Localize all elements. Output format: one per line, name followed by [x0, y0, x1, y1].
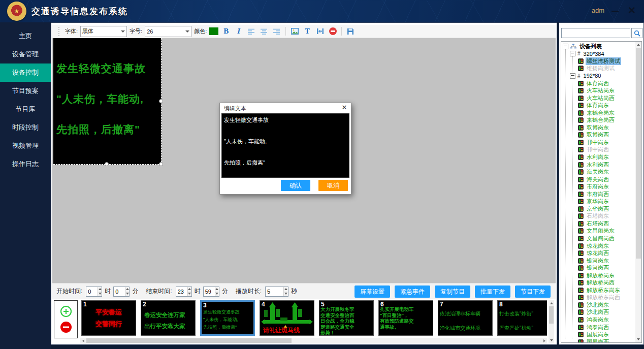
scroll-down-arrow[interactable] [549, 337, 554, 343]
font-select[interactable]: 黑体 [80, 26, 127, 37]
align-left-button[interactable] [246, 26, 256, 37]
tree-row-30[interactable]: 银河岗西 [563, 264, 635, 272]
vertical-scrollbar[interactable] [549, 300, 554, 343]
end-hour-input[interactable] [176, 287, 187, 296]
tree-scrollbar[interactable] [635, 42, 641, 342]
scroll-up-arrow[interactable] [635, 42, 641, 48]
tree-row-25[interactable]: 文昌阁岗东 [563, 228, 635, 235]
tree-row-2[interactable]: 螺丝湾桥测试 [563, 57, 635, 65]
bold-button[interactable]: B [221, 26, 231, 37]
end-minute-input[interactable] [204, 287, 215, 296]
save-button[interactable] [345, 26, 356, 37]
action-button-1[interactable]: 紧急事件 [395, 285, 430, 298]
tree-row-28[interactable]: 琼花岗西 [563, 249, 635, 257]
tree-row-17[interactable]: 海关岗东 [563, 168, 635, 176]
tree-row-16[interactable]: 水利岗西 [563, 161, 635, 169]
tree-row-13[interactable]: 邗中岗东 [563, 139, 635, 146]
sidebar-item-3[interactable]: 节目预案 [0, 82, 51, 100]
scroll-down-arrow[interactable] [635, 336, 641, 342]
tree-row-21[interactable]: 京华岗东 [563, 198, 635, 205]
stepper-down[interactable] [215, 292, 219, 296]
close-button[interactable]: ✕ [627, 4, 637, 16]
program-thumbnail-8[interactable]: 8打击改装"炸街"严查严处"机动" [497, 300, 547, 336]
start-hour-stepper[interactable] [86, 287, 102, 297]
stepper-down[interactable] [98, 292, 102, 296]
stepper-down[interactable] [284, 292, 288, 296]
sidebar-item-1[interactable]: 设备管理 [0, 45, 51, 64]
tree-row-5[interactable]: 体育岗西 [563, 80, 635, 87]
resize-handle-bottom[interactable] [105, 162, 109, 166]
scrollbar-thumb[interactable] [549, 306, 554, 324]
resize-handle-right[interactable] [159, 99, 163, 103]
tree-row-7[interactable]: 火车站岗西 [563, 94, 635, 102]
stepper-up[interactable] [98, 287, 102, 292]
action-button-2[interactable]: 复制节目 [435, 285, 470, 298]
program-thumbnail-3[interactable]: 3发生轻微交通事故"人未伤，车能动,先拍照，后撤离" [200, 300, 255, 336]
program-thumbnail-1[interactable]: 1平安春运交警同行 [81, 300, 136, 336]
program-thumbnail-2[interactable]: 2春运安全连万家出行平安靠大家 [141, 300, 196, 336]
tree-row-18[interactable]: 海关岗西 [563, 176, 635, 183]
tree-row-33[interactable]: 解放桥东岗东 [563, 287, 635, 294]
stepper-down[interactable] [125, 292, 129, 296]
italic-button[interactable]: I [234, 26, 244, 37]
collapse-icon[interactable] [563, 44, 568, 49]
program-thumbnail-5[interactable]: 5大力开展秋冬季交通安全整治百日会战，全力稳定道路交通安全形势！ [319, 300, 374, 336]
tree-row-8[interactable]: 体育岗东 [563, 102, 635, 109]
tree-row-19[interactable]: 市府岗东 [563, 183, 635, 191]
sidebar-item-0[interactable]: 主页 [0, 27, 51, 45]
tree-row-11[interactable]: 双博岗东 [563, 124, 635, 132]
dialog-textarea[interactable]: 发生轻微交通事故 "人未伤，车能动, 先拍照，后撤离" [221, 113, 349, 178]
tree-row-0[interactable]: 设备列表 [563, 43, 635, 50]
start-minute-stepper[interactable] [113, 287, 130, 297]
tree-row-34[interactable]: 解放桥东岗西 [563, 294, 635, 302]
program-thumbnail-6[interactable]: 6扎实开展电动车"百日整治"，有效预防道路交通事故。 [378, 300, 433, 336]
tree-row-3[interactable]: 维扬岗测试 [563, 65, 635, 73]
duration-stepper[interactable] [265, 287, 288, 297]
sidebar-item-7[interactable]: 操作日志 [0, 155, 51, 173]
tree-row-1[interactable]: #320*384 [563, 50, 635, 58]
start-hour-input[interactable] [86, 287, 98, 296]
action-button-4[interactable]: 节目下发 [515, 285, 551, 298]
tree-row-22[interactable]: 京华岗西 [563, 205, 635, 213]
tree-row-6[interactable]: 火车站岗东 [563, 87, 635, 94]
dialog-close-icon[interactable]: ✕ [341, 104, 348, 111]
minimize-button[interactable] [611, 6, 620, 14]
sidebar-item-4[interactable]: 节目库 [0, 100, 51, 118]
tree-row-20[interactable]: 市府岗西 [563, 191, 635, 198]
action-button-3[interactable]: 批量下发 [475, 285, 510, 298]
tree-row-15[interactable]: 水利岗东 [563, 153, 635, 161]
fontsize-select[interactable]: 26 [145, 26, 191, 37]
scrollbar-thumb[interactable] [636, 48, 641, 259]
tree-row-37[interactable]: 鸿泰岗东 [563, 316, 635, 324]
tree-row-35[interactable]: 沙北岗东 [563, 301, 635, 309]
scroll-right-arrow[interactable] [541, 338, 547, 343]
scroll-up-arrow[interactable] [549, 300, 554, 306]
action-button-0[interactable]: 屏幕设置 [355, 285, 390, 298]
add-program-button[interactable] [60, 305, 72, 318]
tree-row-14[interactable]: 邗中岗西 [563, 146, 635, 154]
sidebar-item-6[interactable]: 视频管理 [0, 137, 51, 155]
tree-row-29[interactable]: 银河岗东 [563, 257, 635, 265]
remove-program-button[interactable] [60, 321, 72, 333]
collapse-icon[interactable] [570, 51, 575, 56]
end-minute-stepper[interactable] [203, 287, 219, 297]
resize-handle-corner[interactable] [159, 162, 163, 166]
start-minute-input[interactable] [114, 287, 125, 296]
stepper-up[interactable] [215, 287, 219, 292]
stepper-down[interactable] [188, 292, 191, 296]
duration-input[interactable] [266, 287, 283, 296]
stop-button[interactable] [328, 26, 338, 37]
device-search-input[interactable] [561, 28, 630, 38]
scroll-left-arrow[interactable] [80, 338, 86, 343]
tree-row-38[interactable]: 鸿泰岗西 [563, 324, 635, 331]
confirm-button[interactable]: 确认 [281, 180, 310, 191]
tree-row-32[interactable]: 解放桥岗西 [563, 279, 635, 287]
cancel-button[interactable]: 取消 [318, 180, 348, 191]
insert-text-button[interactable]: T [302, 26, 312, 37]
program-thumbnail-7[interactable]: 7依法治理非标车辆净化城市交通环境 [438, 300, 493, 336]
end-hour-stepper[interactable] [176, 287, 192, 297]
tree-row-24[interactable]: 石塔岗西 [563, 220, 635, 228]
stepper-up[interactable] [284, 287, 288, 292]
led-preview-panel[interactable]: 先拍照，后撤离""人未伤，车能动,发生轻微交通事故 [53, 38, 162, 165]
horizontal-scrollbar[interactable] [80, 338, 547, 343]
